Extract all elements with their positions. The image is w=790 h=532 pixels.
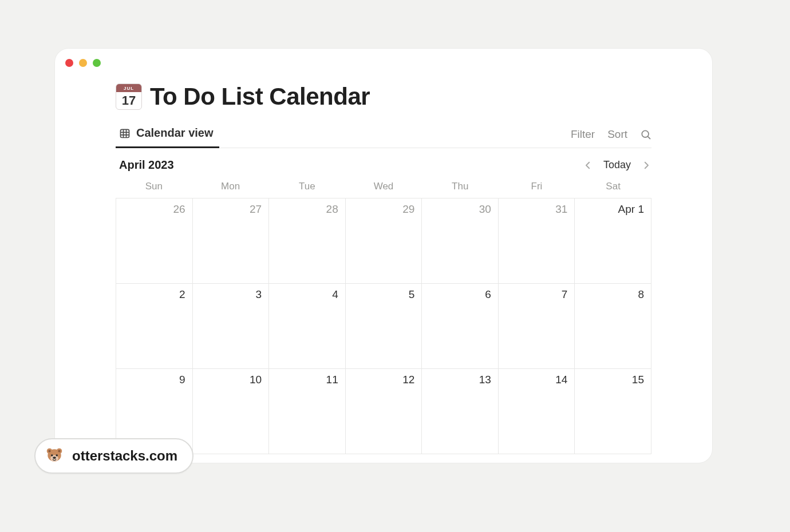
day-cell[interactable]: 28	[269, 198, 346, 284]
day-number: 8	[638, 288, 644, 301]
calendar-icon-day: 17	[116, 92, 141, 109]
day-number: 5	[409, 288, 415, 301]
dow-label: Thu	[422, 181, 499, 198]
page-title-row: JUL 17 To Do List Calendar	[116, 83, 651, 110]
day-number: 31	[555, 203, 567, 216]
page-content: JUL 17 To Do List Calendar Calendar view…	[55, 67, 712, 454]
source-badge-text: otterstacks.com	[72, 448, 177, 464]
month-label: April 2023	[116, 158, 174, 172]
app-window: JUL 17 To Do List Calendar Calendar view…	[55, 49, 712, 463]
day-number: 13	[479, 374, 491, 386]
day-number: 7	[562, 288, 568, 301]
day-number: 28	[326, 203, 338, 216]
view-actions: Filter Sort	[571, 128, 651, 146]
day-number: 27	[250, 203, 262, 216]
today-button[interactable]: Today	[603, 159, 631, 171]
day-number: 4	[332, 288, 338, 301]
day-number: 10	[250, 374, 262, 386]
day-cell[interactable]: Apr 1	[575, 198, 651, 284]
dow-label: Fri	[499, 181, 575, 198]
calendar-grid: Sun Mon Tue Wed Thu Fri Sat 262728293031…	[116, 181, 651, 454]
otter-icon	[45, 446, 64, 466]
days-grid: 262728293031Apr 123456789101112131415	[116, 198, 651, 454]
month-nav: Today	[583, 159, 651, 171]
day-number: 26	[173, 203, 185, 216]
dow-label: Sun	[116, 181, 192, 198]
day-cell[interactable]: 29	[346, 198, 422, 284]
day-number: 30	[479, 203, 491, 216]
day-cell[interactable]: 10	[193, 369, 270, 454]
view-tabs: Calendar view Filter Sort	[116, 126, 651, 148]
calendar-grid-icon	[119, 128, 131, 139]
prev-month-button[interactable]	[583, 160, 593, 170]
svg-point-15	[53, 456, 56, 459]
page-title: To Do List Calendar	[150, 83, 370, 110]
day-cell[interactable]: 2	[116, 284, 193, 369]
day-cell[interactable]: 11	[269, 369, 346, 454]
day-number: 14	[555, 374, 567, 386]
sort-button[interactable]: Sort	[607, 128, 627, 141]
svg-point-13	[51, 454, 53, 456]
day-number: 3	[256, 288, 262, 301]
window-minimize-button[interactable]	[79, 59, 87, 67]
dow-label: Sat	[575, 181, 651, 198]
day-cell[interactable]: 30	[422, 198, 499, 284]
svg-point-11	[58, 450, 60, 452]
dow-label: Tue	[268, 181, 345, 198]
day-number: 6	[485, 288, 491, 301]
day-cell[interactable]: 4	[269, 284, 346, 369]
dow-label: Wed	[345, 181, 422, 198]
svg-point-14	[56, 454, 58, 456]
window-zoom-button[interactable]	[93, 59, 101, 67]
svg-rect-0	[121, 129, 129, 137]
day-cell[interactable]: 14	[499, 369, 575, 454]
svg-line-6	[647, 136, 650, 138]
day-cell[interactable]: 12	[346, 369, 422, 454]
next-month-button[interactable]	[641, 160, 651, 170]
day-cell[interactable]: 31	[499, 198, 575, 284]
window-controls	[55, 49, 712, 67]
day-number: Apr 1	[618, 203, 644, 216]
month-header: April 2023 Today	[116, 158, 651, 172]
filter-button[interactable]: Filter	[571, 128, 595, 141]
day-number: 29	[402, 203, 414, 216]
window-close-button[interactable]	[65, 59, 73, 67]
day-cell[interactable]: 6	[422, 284, 499, 369]
day-cell[interactable]: 3	[193, 284, 270, 369]
day-number: 15	[632, 374, 644, 386]
day-cell[interactable]: 8	[575, 284, 651, 369]
day-cell[interactable]: 15	[575, 369, 651, 454]
day-number: 2	[179, 288, 185, 301]
tab-label: Calendar view	[136, 126, 214, 140]
day-cell[interactable]: 26	[116, 198, 193, 284]
dow-label: Mon	[192, 181, 269, 198]
calendar-icon: JUL 17	[116, 84, 142, 110]
day-cell[interactable]: 13	[422, 369, 499, 454]
day-number: 11	[326, 374, 338, 386]
svg-point-10	[48, 450, 50, 452]
day-cell[interactable]: 7	[499, 284, 575, 369]
calendar-icon-month: JUL	[116, 84, 141, 92]
day-number: 9	[179, 374, 185, 386]
source-badge[interactable]: otterstacks.com	[34, 438, 193, 474]
day-cell[interactable]: 27	[193, 198, 270, 284]
bottom-fade	[0, 498, 790, 532]
day-number: 12	[402, 374, 414, 386]
day-cell[interactable]: 5	[346, 284, 422, 369]
search-icon[interactable]	[640, 129, 651, 140]
tab-calendar-view[interactable]: Calendar view	[116, 126, 219, 148]
day-of-week-header: Sun Mon Tue Wed Thu Fri Sat	[116, 181, 651, 198]
